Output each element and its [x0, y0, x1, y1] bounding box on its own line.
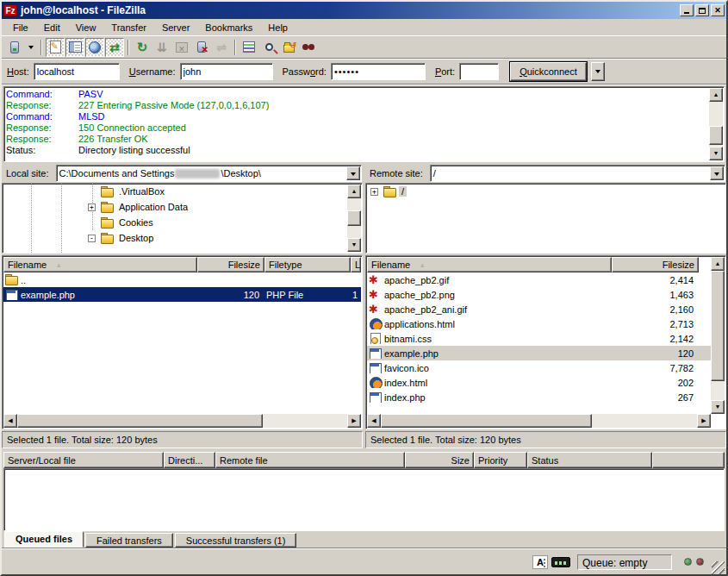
maximize-button[interactable] [695, 4, 709, 16]
site-manager-dropdown-button[interactable] [25, 38, 37, 57]
column-header-filename[interactable]: Filename▲ [367, 257, 612, 272]
file-row[interactable]: bitnami.css2,142 [367, 331, 725, 346]
tab-failed-transfers[interactable]: Failed transfers [85, 533, 173, 548]
scroll-down-arrow[interactable]: ▼ [709, 147, 723, 160]
remote-site-combobox[interactable]: / [430, 165, 725, 182]
directory-comparison-button[interactable] [259, 38, 278, 57]
html-file-icon [369, 318, 382, 329]
scroll-down-arrow[interactable]: ▼ [347, 238, 361, 252]
filename-filters-button[interactable] [240, 38, 258, 57]
column-header-server-local-file[interactable]: Server/Local file [3, 452, 164, 468]
menu-file[interactable]: File [5, 21, 36, 34]
tree-expander[interactable]: - [88, 235, 96, 242]
host-input[interactable] [34, 63, 120, 80]
refresh-button[interactable] [133, 38, 152, 57]
local-tree-scrollbar[interactable]: ▲ ▼ [347, 185, 361, 252]
process-queue-button[interactable] [152, 38, 171, 57]
tree-item--[interactable]: +/ [366, 184, 725, 199]
column-header-filetype[interactable]: Filetype [264, 257, 351, 272]
combo-dropdown-arrow[interactable] [346, 166, 360, 180]
column-header-filesize[interactable]: Filesize [197, 257, 264, 272]
tree-item--virtualbox[interactable]: .VirtualBox [3, 184, 362, 199]
column-header-priority[interactable]: Priority [474, 452, 527, 468]
file-row[interactable]: apache_pb2_ani.gif2,160 [367, 302, 725, 316]
toggle-local-tree-button[interactable] [65, 38, 84, 57]
quickconnect-button[interactable]: Quickconnect [510, 62, 587, 81]
redacted-username [175, 169, 220, 178]
menu-view[interactable]: View [68, 21, 104, 34]
synchronized-browsing-button[interactable] [279, 38, 298, 57]
remote-vertical-scrollbar[interactable]: ▲ ▼ [711, 257, 725, 414]
tree-item-cookies[interactable]: Cookies [3, 215, 362, 230]
file-name-cell: example.php [367, 347, 612, 359]
file-row[interactable]: example.php120PHP File1 [3, 287, 361, 302]
column-header-filename[interactable]: Filename▲ [3, 257, 197, 272]
file-row[interactable]: apache_pb2.png1,463 [367, 287, 725, 302]
column-header-remote-file[interactable]: Remote file [215, 452, 405, 468]
tab-successful-transfers-1-[interactable]: Successful transfers (1) [175, 533, 297, 548]
data-type-indicator-icon[interactable]: A [532, 555, 548, 569]
log-vertical-scrollbar[interactable]: ▲ ▼ [709, 88, 723, 160]
file-row[interactable]: .. [3, 272, 361, 287]
resize-grip[interactable] [712, 561, 725, 574]
menu-transfer[interactable]: Transfer [103, 21, 154, 34]
column-header-size[interactable]: Size [405, 452, 474, 468]
column-header-filesize[interactable]: Filesize [612, 257, 699, 272]
menu-bookmarks[interactable]: Bookmarks [197, 21, 260, 34]
close-button[interactable]: ✕ [711, 4, 725, 16]
disconnect-button[interactable] [192, 38, 211, 57]
password-input[interactable] [331, 63, 426, 80]
cancel-operation-button[interactable] [172, 38, 191, 57]
file-row[interactable]: applications.html2,713 [367, 316, 725, 331]
quickconnect-dropdown-button[interactable] [591, 62, 605, 81]
file-row[interactable]: index.php267 [367, 390, 725, 404]
file-row[interactable]: example.php120 [367, 346, 725, 360]
file-row[interactable]: favicon.ico7,782 [367, 360, 725, 375]
tree-item-desktop[interactable]: -Desktop [3, 230, 362, 246]
dropdown-icon [28, 46, 34, 52]
file-size-cell: 202 [612, 378, 699, 388]
menu-server[interactable]: Server [154, 21, 197, 34]
scroll-thumb[interactable] [381, 414, 592, 428]
file-name-cell: bitnami.css [367, 333, 612, 344]
menu-edit[interactable]: Edit [36, 21, 68, 34]
site-manager-button[interactable] [5, 38, 24, 57]
toggle-transfer-queue-button[interactable] [105, 38, 124, 57]
toggle-message-log-button[interactable] [46, 38, 65, 57]
toggle-remote-tree-button[interactable] [85, 38, 104, 57]
column-header-status[interactable]: Status [527, 452, 652, 468]
css-file-icon [369, 333, 382, 344]
scroll-left-arrow[interactable]: ◀ [367, 414, 381, 428]
reconnect-button[interactable] [212, 38, 231, 57]
scroll-thumb[interactable] [347, 210, 361, 226]
scroll-up-arrow[interactable]: ▲ [347, 185, 361, 198]
scroll-thumb[interactable] [17, 414, 263, 428]
scroll-up-arrow[interactable]: ▲ [709, 88, 723, 102]
file-row[interactable]: apache_pb2.gif2,414 [367, 272, 725, 287]
local-site-combobox[interactable]: C:\Documents and Settings\Desktop\ [56, 165, 362, 182]
minimize-button[interactable] [680, 4, 694, 16]
scroll-down-arrow[interactable]: ▼ [711, 400, 725, 414]
menu-help[interactable]: Help [260, 21, 296, 34]
file-row[interactable]: index.html202 [367, 375, 725, 390]
find-files-button[interactable] [299, 38, 318, 57]
speed-limit-icon[interactable] [551, 557, 570, 567]
column-header-directi-[interactable]: Directi... [164, 452, 215, 468]
filezilla-app-icon: Fz [3, 4, 17, 16]
tree-expander[interactable]: + [370, 188, 378, 196]
combo-dropdown-arrow[interactable] [710, 166, 724, 180]
scroll-left-arrow[interactable]: ◀ [3, 414, 17, 428]
tree-item-application-data[interactable]: +Application Data [3, 199, 362, 215]
scroll-up-arrow[interactable]: ▲ [711, 257, 725, 271]
scroll-right-arrow[interactable]: ▶ [697, 414, 711, 428]
local-horizontal-scrollbar[interactable]: ◀ ▶ [3, 414, 361, 428]
scroll-thumb[interactable] [709, 126, 723, 145]
column-header-l[interactable]: L [351, 257, 361, 272]
scroll-thumb[interactable] [711, 271, 725, 381]
port-input[interactable] [459, 63, 499, 80]
tab-queued-files[interactable]: Queued files [4, 531, 84, 548]
scroll-right-arrow[interactable]: ▶ [347, 414, 361, 428]
tree-expander[interactable]: + [88, 203, 96, 211]
username-input[interactable] [180, 63, 273, 80]
remote-horizontal-scrollbar[interactable]: ◀ ▶ [367, 414, 711, 428]
